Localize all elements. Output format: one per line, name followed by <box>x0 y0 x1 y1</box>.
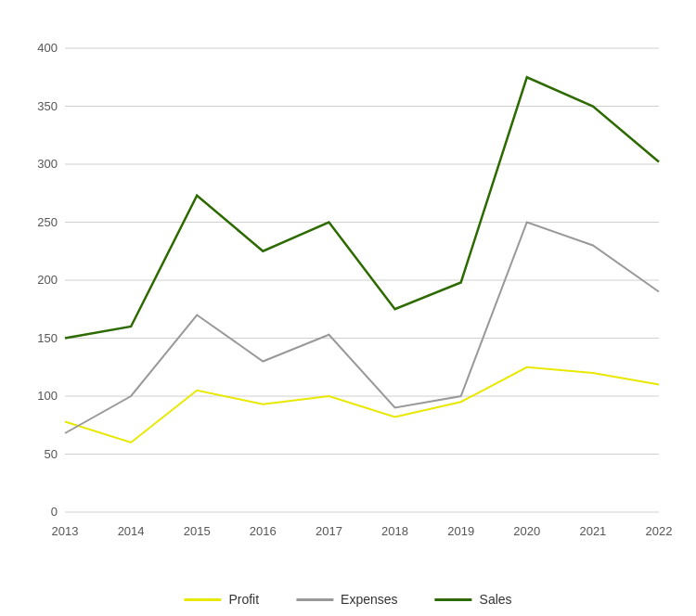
chart-legend: Profit Expenses Sales <box>184 592 511 607</box>
chart-container: 0501001502002503003504002013201420152016… <box>9 9 687 607</box>
svg-text:300: 300 <box>37 157 58 171</box>
legend-label-sales: Sales <box>480 592 512 607</box>
svg-text:200: 200 <box>37 273 58 287</box>
svg-text:2018: 2018 <box>381 524 408 538</box>
svg-text:2019: 2019 <box>447 524 474 538</box>
legend-item-expenses: Expenses <box>296 592 397 607</box>
svg-text:50: 50 <box>45 447 58 461</box>
svg-text:2013: 2013 <box>52 524 79 538</box>
svg-text:2014: 2014 <box>118 524 145 538</box>
legend-item-profit: Profit <box>184 592 259 607</box>
svg-text:2015: 2015 <box>184 524 211 538</box>
svg-text:400: 400 <box>37 41 58 55</box>
legend-item-sales: Sales <box>435 592 512 607</box>
svg-text:250: 250 <box>37 215 58 229</box>
legend-line-profit <box>184 598 221 601</box>
svg-text:2020: 2020 <box>513 524 540 538</box>
svg-text:150: 150 <box>37 331 58 345</box>
svg-text:2017: 2017 <box>316 524 342 538</box>
svg-text:2022: 2022 <box>646 524 673 538</box>
chart-svg: 0501001502002503003504002013201420152016… <box>65 28 668 533</box>
legend-label-expenses: Expenses <box>341 592 397 607</box>
svg-text:2016: 2016 <box>250 524 277 538</box>
svg-text:2021: 2021 <box>579 524 606 538</box>
legend-line-expenses <box>296 598 333 601</box>
legend-label-profit: Profit <box>228 592 259 607</box>
chart-area: 0501001502002503003504002013201420152016… <box>65 28 668 533</box>
svg-text:0: 0 <box>51 505 58 519</box>
svg-text:100: 100 <box>37 389 58 403</box>
legend-line-sales <box>435 598 472 601</box>
svg-text:350: 350 <box>37 99 58 113</box>
